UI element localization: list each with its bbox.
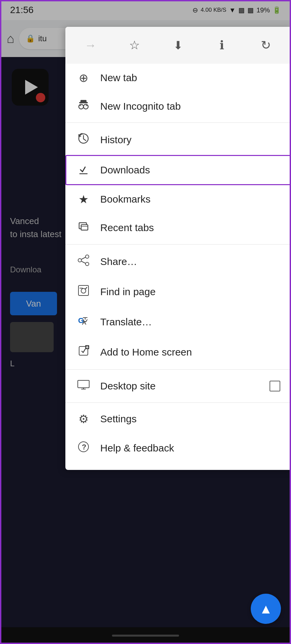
svg-point-3 <box>83 104 88 109</box>
menu-label-downloads: Downloads <box>100 164 280 176</box>
download-toolbar-icon: ⬇ <box>173 39 183 52</box>
svg-point-2 <box>79 104 83 109</box>
downloads-icon <box>76 162 91 178</box>
menu-item-new-tab[interactable]: ⊕ New tab <box>65 64 291 92</box>
settings-icon: ⚙ <box>76 412 91 426</box>
menu-label-history: History <box>100 134 280 146</box>
desktop-site-checkbox[interactable] <box>270 381 280 391</box>
menu-label-new-tab: New tab <box>100 72 280 84</box>
menu-label-add-home: Add to Home screen <box>100 346 280 358</box>
menu-label-incognito: New Incognito tab <box>100 101 280 112</box>
add-home-icon <box>76 344 91 360</box>
svg-rect-8 <box>81 225 88 230</box>
forward-button[interactable]: → <box>79 34 102 57</box>
menu-label-recent-tabs: Recent tabs <box>100 222 280 233</box>
menu-item-help-feedback[interactable]: ? Help & feedback <box>65 433 291 463</box>
fab-scroll-top[interactable]: ▲ <box>251 594 281 624</box>
translate-icon: G G <box>76 314 91 330</box>
info-icon: ℹ <box>220 38 224 52</box>
menu-label-bookmarks: Bookmarks <box>100 194 280 205</box>
reload-icon: ↻ <box>261 38 271 52</box>
fab-arrow-icon: ▲ <box>259 601 273 616</box>
divider-1 <box>65 122 291 123</box>
svg-point-11 <box>78 259 81 262</box>
menu-item-add-home[interactable]: Add to Home screen <box>65 337 291 367</box>
divider-3 <box>65 369 291 370</box>
svg-line-17 <box>85 287 87 289</box>
svg-rect-15 <box>78 285 89 296</box>
menu-item-find-in-page[interactable]: Find in page <box>65 277 291 307</box>
menu-label-find-in-page: Find in page <box>100 286 280 298</box>
reload-button[interactable]: ↻ <box>254 34 278 57</box>
dropdown-menu: → ☆ ⬇ ℹ ↻ ⊕ New tab <box>65 27 291 470</box>
menu-toolbar: → ☆ ⬇ ℹ ↻ <box>65 27 291 64</box>
svg-line-13 <box>81 257 85 259</box>
menu-item-history[interactable]: History <box>65 125 291 155</box>
bookmark-icon: ☆ <box>129 38 140 52</box>
desktop-site-icon <box>76 379 91 393</box>
new-tab-icon: ⊕ <box>76 71 91 85</box>
menu-item-downloads[interactable]: Downloads <box>65 155 291 185</box>
divider-4 <box>65 402 291 403</box>
history-icon <box>76 132 91 148</box>
divider-2 <box>65 244 291 245</box>
menu-label-help-feedback: Help & feedback <box>100 442 280 454</box>
svg-rect-1 <box>79 102 88 103</box>
menu-item-desktop-site[interactable]: Desktop site <box>65 372 291 400</box>
menu-item-translate[interactable]: G G Translate… <box>65 307 291 337</box>
menu-item-share[interactable]: Share… <box>65 247 291 277</box>
recent-tabs-icon <box>76 221 91 235</box>
svg-point-10 <box>85 255 89 258</box>
find-in-page-icon <box>76 284 91 300</box>
svg-line-14 <box>81 261 85 263</box>
svg-point-12 <box>85 262 89 266</box>
menu-item-recent-tabs[interactable]: Recent tabs <box>65 213 291 242</box>
menu-item-incognito[interactable]: New Incognito tab <box>65 92 291 120</box>
incognito-icon <box>76 99 91 113</box>
bookmarks-icon: ★ <box>76 193 91 206</box>
bookmark-button[interactable]: ☆ <box>123 34 146 57</box>
menu-item-settings[interactable]: ⚙ Settings <box>65 405 291 433</box>
menu-label-translate: Translate… <box>100 316 280 328</box>
download-toolbar-button[interactable]: ⬇ <box>166 34 190 57</box>
forward-icon: → <box>84 38 97 52</box>
menu-label-share: Share… <box>100 256 280 267</box>
share-icon <box>76 254 91 269</box>
menu-label-settings: Settings <box>100 413 280 425</box>
help-icon: ? <box>76 440 91 456</box>
info-button[interactable]: ℹ <box>210 34 234 57</box>
svg-rect-29 <box>78 380 89 388</box>
menu-item-bookmarks[interactable]: ★ Bookmarks <box>65 185 291 213</box>
menu-label-desktop-site: Desktop site <box>100 380 260 392</box>
svg-text:?: ? <box>82 443 86 451</box>
